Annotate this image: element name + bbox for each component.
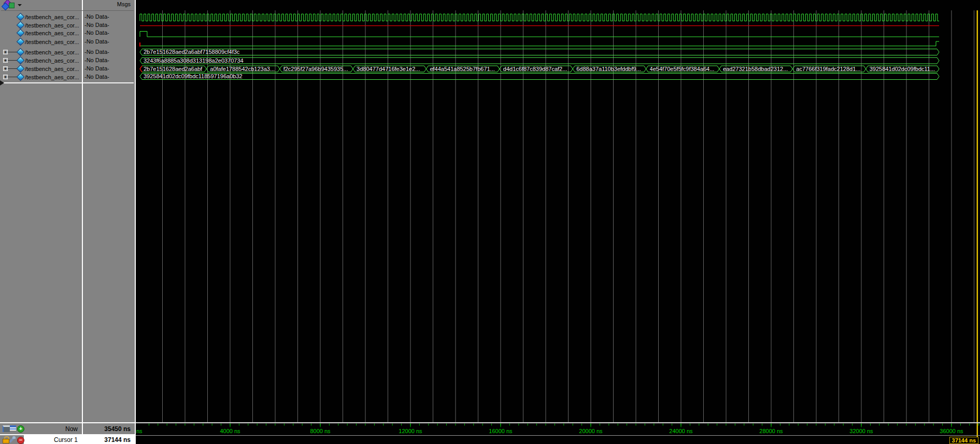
timeline-tick-label: 24000 ns <box>659 428 703 434</box>
timeline-tick-label: 12000 ns <box>389 428 432 434</box>
signal-diamond-icon <box>17 38 25 46</box>
timeline-tick-label: 16000 ns <box>479 428 522 434</box>
cursor1-name: Cursor 1 <box>54 436 78 443</box>
expand-icon[interactable]: + <box>3 75 8 79</box>
timeline-tick-label: 4000 ns <box>208 428 252 434</box>
wave-area[interactable]: 2b7e151628aed2a6abf7158809cf4f3c3243f6a8… <box>136 0 980 444</box>
signal-name: /testbench_aes_cor... <box>25 22 80 29</box>
timeline-unit-label: ns <box>136 428 143 434</box>
signal-name: /testbench_aes_cor... <box>25 13 80 21</box>
signal-value-column: Msgs -No Data--No Data--No Data--No Data… <box>83 0 135 422</box>
wrench-head-icon[interactable] <box>12 436 16 439</box>
now-label-cell: + Now <box>0 423 82 434</box>
signal-value: -No Data- <box>83 56 135 64</box>
now-value-cell: 35450 ns <box>83 423 135 434</box>
modelsim-wave-window: 2b7e151628aed2a6abf7158809cf4f3c3243f6a8… <box>0 0 980 444</box>
lock-cursor-body-icon[interactable] <box>3 439 9 443</box>
cursor1-label-cell: − Cursor 1 <box>0 435 82 444</box>
bus-value-label: 3925841d02dc09fbdc11... <box>870 66 935 73</box>
cursor-time-text: 37144 ns <box>952 437 976 443</box>
signal-diamond-icon <box>17 65 25 73</box>
logo-dropdown-caret[interactable] <box>18 4 22 6</box>
signal-row[interactable]: +/testbench_aes_cor... <box>0 56 82 64</box>
status-row-now: + Now 35450 ns <box>0 423 136 434</box>
bus-value-label: ac7766f319fadc2128d1... <box>796 66 862 73</box>
status-row-cursor1[interactable]: − Cursor 1 37144 ns <box>0 435 136 444</box>
now-label: Now <box>65 425 78 433</box>
delete-cursor-icon[interactable]: − <box>17 437 24 444</box>
signal-row[interactable]: +/testbench_aes_cor... <box>0 65 82 73</box>
signal-diamond-icon <box>17 73 25 81</box>
signal-value: -No Data- <box>83 73 135 81</box>
expand-icon[interactable]: + <box>3 50 8 54</box>
waveform-row-1 <box>140 14 939 21</box>
signal-name: /testbench_aes_cor... <box>25 74 80 81</box>
bus-value-label: 4e54f70e5f5fc9f384a64... <box>650 66 716 73</box>
header-inset-line <box>1 10 134 11</box>
expand-icon[interactable]: + <box>3 58 8 63</box>
timeline-tick-label: 36000 ns <box>930 428 973 434</box>
signal-name: /testbench_aes_cor... <box>25 57 80 64</box>
bus-value-label: 3925841d02dc09fbdc118597196a0b32 <box>144 73 935 80</box>
bus-value-label: 3243f6a8885a308d313198a2e0370734 <box>144 58 935 64</box>
timeline-separator <box>136 422 980 423</box>
signal-row[interactable]: /testbench_aes_cor... <box>0 29 82 37</box>
signal-diamond-icon <box>17 21 25 30</box>
signal-value: -No Data- <box>83 48 135 56</box>
add-cursor-icon[interactable]: + <box>17 425 24 433</box>
logo-square-green <box>9 3 15 8</box>
bus-value-label: d4d1c6f87c839d87caf2... <box>503 66 569 73</box>
expand-icon[interactable]: + <box>3 66 8 71</box>
signal-value: -No Data- <box>83 21 135 29</box>
bus-value-label: f2c295f27a96b9435935... <box>283 66 349 73</box>
signal-diamond-icon <box>17 48 25 56</box>
bus-value-label: ead27321b58dbad2312... <box>723 66 789 73</box>
msgs-column-header: Msgs <box>83 1 131 7</box>
waveform-row-4 <box>140 41 939 47</box>
camera-icon[interactable] <box>3 425 10 432</box>
insertion-caret-icon <box>0 80 4 85</box>
bus-value-label: ef44a541a8525b7fb671... <box>430 66 495 73</box>
signal-row[interactable]: +/testbench_aes_cor... <box>0 73 82 81</box>
signal-row[interactable]: /testbench_aes_cor... <box>0 13 82 21</box>
signal-diamond-icon <box>17 56 25 65</box>
bus-value-label: 6d88a37a110b3efddbf9... <box>576 66 642 73</box>
timeline-tick-label: 28000 ns <box>749 428 793 434</box>
now-value: 35450 ns <box>104 425 131 433</box>
timeline-tick-label: 8000 ns <box>299 428 342 434</box>
signal-value: -No Data- <box>83 29 135 37</box>
signal-name: /testbench_aes_cor... <box>25 65 80 73</box>
signal-row[interactable]: /testbench_aes_cor... <box>0 38 82 46</box>
signal-name: /testbench_aes_cor... <box>25 49 80 56</box>
signal-value: -No Data- <box>83 65 135 73</box>
cursor1-value-cell: 37144 ns <box>83 435 135 444</box>
signal-name-column: /testbench_aes_cor.../testbench_aes_cor.… <box>0 0 82 422</box>
signal-value: -No Data- <box>83 13 135 21</box>
bus-value-label: 2b7e151628aed2a6abf7158809cf4f3c <box>144 49 935 55</box>
signal-name: /testbench_aes_cor... <box>25 38 80 46</box>
timeline-tick-label: 20000 ns <box>569 428 613 434</box>
bus-value-label: 2b7e151628aed2a6abf71... <box>144 66 203 73</box>
bus-value-label: a0fafe1788542cb123a3... <box>210 66 276 73</box>
cursor-time-label: 37144 ns <box>949 437 978 444</box>
cursor-icon-strip: − <box>0 435 24 444</box>
signal-panel: /testbench_aes_cor.../testbench_aes_cor.… <box>0 0 136 444</box>
signal-diamond-icon <box>17 29 25 37</box>
timeline-tick-label: 32000 ns <box>840 428 883 434</box>
signal-row[interactable]: +/testbench_aes_cor... <box>0 48 82 56</box>
wave-logo-icon <box>2 0 17 10</box>
bus-value-label: 3d80477d4716fe3e1e2... <box>357 66 422 73</box>
timeline-ticks <box>149 424 978 427</box>
waveform-row-3 <box>140 32 939 37</box>
signal-value: -No Data- <box>83 38 135 46</box>
signal-row[interactable]: /testbench_aes_cor... <box>0 21 82 29</box>
cursor1-value: 37144 ns <box>104 436 131 443</box>
signal-diamond-icon <box>17 13 25 21</box>
selected-row-underline <box>1 82 134 83</box>
cursor-band-separator <box>136 435 980 436</box>
log-window-icon[interactable] <box>10 425 16 431</box>
signal-name: /testbench_aes_cor... <box>25 30 80 37</box>
